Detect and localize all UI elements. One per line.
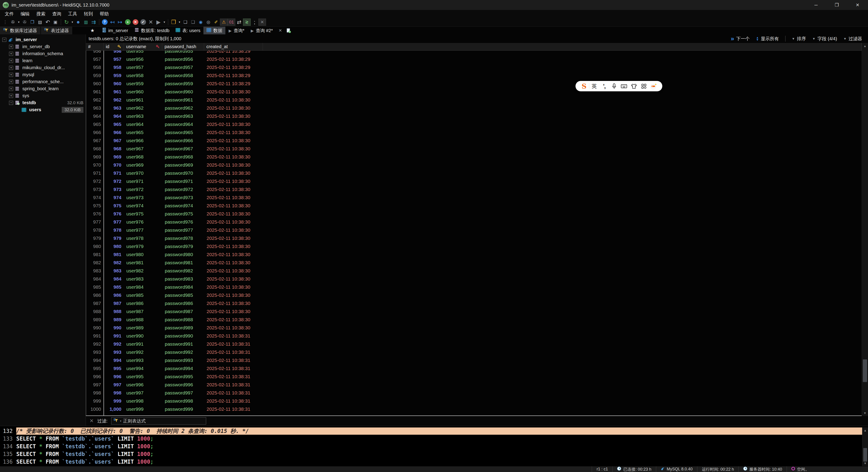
cell-password-hash[interactable]: password964 [162, 122, 204, 127]
cell-id[interactable]: 991 [103, 333, 124, 339]
cell-created-at[interactable]: 2025-02-11 10:38:30 [204, 170, 263, 176]
table-row[interactable]: 960960user959password9592025-02-11 10:38… [86, 80, 862, 88]
cell-password-hash[interactable]: password973 [162, 195, 204, 200]
cell-created-at[interactable]: 2025-02-11 10:38:29 [204, 81, 263, 86]
cell-id[interactable]: 990 [103, 325, 124, 331]
table-row[interactable]: 984984user983password9832025-02-11 10:38… [86, 275, 862, 283]
find-icon[interactable]: ◉ [197, 19, 205, 26]
ime-mode-icon[interactable]: 英 [589, 81, 599, 91]
tree-item-im_server_db[interactable]: +im_server_db [0, 43, 86, 50]
cell-username[interactable]: user958 [124, 73, 162, 78]
tree-expand-icon[interactable]: − [2, 38, 6, 42]
cell-created-at[interactable]: 2025-02-11 10:38:30 [204, 195, 263, 200]
cell-password-hash[interactable]: password997 [162, 390, 204, 396]
cell-created-at[interactable]: 2025-02-11 10:38:30 [204, 227, 263, 233]
cell-username[interactable]: user996 [124, 382, 162, 387]
cell-created-at[interactable]: 2025-02-11 10:38:29 [204, 57, 263, 62]
cell-rownum[interactable]: 965 [86, 122, 103, 127]
cancel-edit-icon[interactable]: ✕ [147, 19, 155, 26]
cell-id[interactable]: 983 [103, 268, 124, 274]
tree-item-mysql[interactable]: +mysql [0, 71, 86, 78]
paste-icon[interactable]: ▤ [36, 19, 44, 26]
cell-rownum[interactable]: 972 [86, 179, 103, 184]
table-row[interactable]: 973973user972password9722025-02-11 10:38… [86, 185, 862, 193]
cell-created-at[interactable]: 2025-02-11 10:38:30 [204, 138, 263, 143]
cell-created-at[interactable]: 2025-02-11 10:38:30 [204, 162, 263, 168]
clear-filter-icon[interactable]: ✕ [90, 418, 94, 424]
export-grid-icon[interactable]: ▥ [82, 19, 90, 26]
tree-expand-icon[interactable]: + [9, 87, 13, 91]
run-dropdown-icon[interactable]: ▾ [162, 19, 166, 26]
first-record-icon[interactable]: ↤ [108, 19, 116, 26]
cell-created-at[interactable]: 2025-02-11 10:38:30 [204, 203, 263, 209]
cell-created-at[interactable]: 2025-02-11 10:38:30 [204, 89, 263, 94]
cell-rownum[interactable]: 956 [86, 51, 103, 54]
cell-username[interactable]: user998 [124, 398, 162, 404]
insert-files-icon[interactable]: ⇉ [90, 19, 97, 26]
cell-rownum[interactable]: 982 [86, 260, 103, 265]
cell-id[interactable]: 958 [103, 65, 124, 70]
tree-expand-icon[interactable]: − [9, 101, 13, 105]
cell-id[interactable]: 974 [103, 195, 124, 200]
table-row[interactable]: 971971user970password9702025-02-11 10:38… [86, 169, 862, 177]
table-row[interactable]: 959959user958password9582025-02-11 10:38… [86, 71, 862, 80]
cell-rownum[interactable]: 958 [86, 65, 103, 70]
cell-rownum[interactable]: 960 [86, 81, 103, 86]
cell-rownum[interactable]: 969 [86, 154, 103, 160]
cell-username[interactable]: user993 [124, 357, 162, 363]
cell-password-hash[interactable]: password965 [162, 130, 204, 135]
tree-item-performance_sche[interactable]: +performance_sche... [0, 78, 86, 85]
tab-data[interactable]: 数据 [204, 27, 225, 34]
stop-on-errors-icon[interactable]: ⚠ [220, 19, 228, 26]
cell-username[interactable]: user959 [124, 81, 162, 86]
cell-created-at[interactable]: 2025-02-11 10:38:29 [204, 65, 263, 70]
cell-created-at[interactable]: 2025-02-11 10:38:30 [204, 97, 263, 103]
cell-password-hash[interactable]: password985 [162, 292, 204, 298]
cell-rownum[interactable]: 980 [86, 244, 103, 249]
table-row[interactable]: 999999user998password9982025-02-11 10:38… [86, 397, 862, 405]
cell-created-at[interactable]: 2025-02-11 10:38:30 [204, 292, 263, 298]
cell-password-hash[interactable]: password966 [162, 138, 204, 143]
scroll-thumb[interactable] [863, 359, 867, 382]
tree-item-information_schema[interactable]: +information_schema [0, 50, 86, 57]
cell-password-hash[interactable]: password986 [162, 301, 204, 306]
cell-rownum[interactable]: 973 [86, 187, 103, 192]
cell-username[interactable]: user974 [124, 203, 162, 209]
refresh-icon[interactable]: ↻ [63, 19, 70, 26]
cell-password-hash[interactable]: password983 [162, 276, 204, 282]
cell-rownum[interactable]: 991 [86, 333, 103, 339]
cell-created-at[interactable]: 2025-02-11 10:38:30 [204, 179, 263, 184]
menu-item[interactable]: 编辑 [17, 11, 33, 17]
tree-item-sys[interactable]: +sys [0, 92, 86, 99]
cell-id[interactable]: 960 [103, 81, 124, 86]
cell-created-at[interactable]: 2025-02-11 10:38:30 [204, 309, 263, 314]
cell-username[interactable]: user969 [124, 162, 162, 168]
cell-created-at[interactable]: 2025-02-11 10:38:30 [204, 187, 263, 192]
cell-id[interactable]: 956 [103, 51, 124, 54]
cell-created-at[interactable]: 2025-02-11 10:38:30 [204, 317, 263, 322]
sogou-logo-icon[interactable]: S [579, 81, 589, 91]
cell-created-at[interactable]: 2025-02-11 10:38:31 [204, 333, 263, 339]
cell-username[interactable]: user970 [124, 170, 162, 176]
tree-item-learn[interactable]: +learn [0, 57, 86, 64]
cell-rownum[interactable]: 975 [86, 203, 103, 209]
new-session-icon[interactable]: ✇ [21, 19, 29, 26]
cell-id[interactable]: 979 [103, 235, 124, 241]
cell-created-at[interactable]: 2025-02-11 10:38:31 [204, 341, 263, 347]
next-button[interactable]: »下一个 [731, 36, 750, 42]
tab-database-filter[interactable]: 数据库过滤器 [0, 27, 41, 34]
cell-rownum[interactable]: 979 [86, 235, 103, 241]
cell-rownum[interactable]: 996 [86, 374, 103, 379]
cell-created-at[interactable]: 2025-02-11 10:38:30 [204, 130, 263, 135]
highlight-icon[interactable]: ✐ [212, 19, 220, 26]
cell-username[interactable]: user989 [124, 325, 162, 331]
table-row[interactable]: 995995user994password9942025-02-11 10:38… [86, 365, 862, 373]
cell-password-hash[interactable]: password991 [162, 341, 204, 347]
table-row[interactable]: 983983user982password9822025-02-11 10:38… [86, 267, 862, 275]
cell-rownum[interactable]: 970 [86, 162, 103, 168]
table-row[interactable]: 966966user965password9652025-02-11 10:38… [86, 128, 862, 136]
cell-password-hash[interactable]: password960 [162, 89, 204, 94]
cell-password-hash[interactable]: password982 [162, 268, 204, 274]
table-row[interactable]: 10001,000user999password9992025-02-11 10… [86, 405, 862, 413]
cell-password-hash[interactable]: password955 [162, 51, 204, 54]
